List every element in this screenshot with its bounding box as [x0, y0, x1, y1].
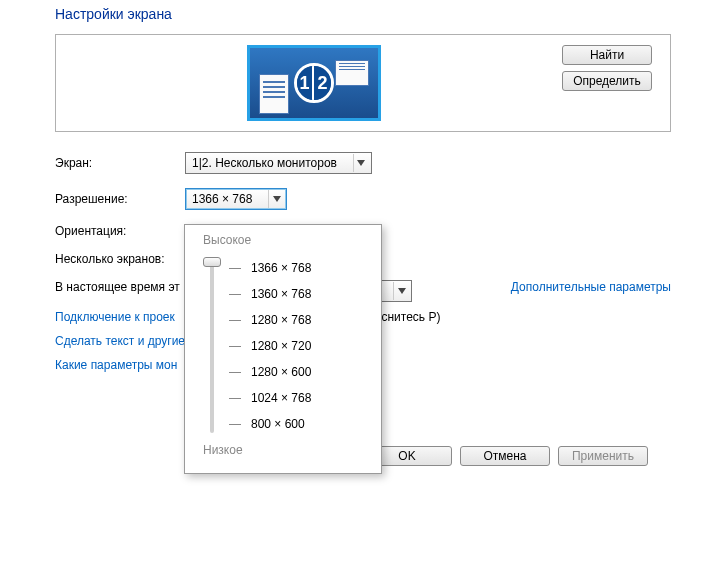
advanced-params-link[interactable]: Дополнительные параметры — [511, 280, 671, 300]
preview-window-right — [335, 60, 369, 86]
projector-link[interactable]: Подключение к проек — [55, 310, 175, 324]
resolution-option-label: 800 × 600 — [251, 417, 305, 431]
resolution-option-label: 1280 × 600 — [251, 365, 311, 379]
find-button[interactable]: Найти — [562, 45, 652, 65]
slider-tick — [229, 372, 241, 373]
resolution-dropdown-value: 1366 × 768 — [192, 192, 268, 206]
slider-tick — [229, 398, 241, 399]
resolution-option[interactable]: 1280 × 720 — [229, 333, 371, 359]
resolution-slider-thumb[interactable] — [203, 257, 221, 267]
apply-button[interactable]: Применить — [558, 446, 648, 466]
projector-tail-text: оснитесь P) — [375, 310, 441, 334]
screen-label: Экран: — [55, 156, 185, 170]
resolution-option[interactable]: 800 × 600 — [229, 411, 371, 437]
resolution-option-label: 1360 × 768 — [251, 287, 311, 301]
screen-dropdown[interactable]: 1|2. Несколько мониторов — [185, 152, 372, 174]
resolution-low-label: Низкое — [203, 443, 371, 457]
preview-window-left — [259, 74, 289, 114]
resolution-option-label: 1366 × 768 — [251, 261, 311, 275]
resolution-popup: Высокое 1366 × 7681360 × 7681280 × 76812… — [184, 224, 382, 474]
resolution-option-label: 1280 × 720 — [251, 339, 311, 353]
orientation-label: Ориентация: — [55, 224, 185, 238]
resolution-dropdown[interactable]: 1366 × 768 — [185, 188, 287, 210]
resolution-option[interactable]: 1366 × 768 — [229, 255, 371, 281]
slider-tick — [229, 320, 241, 321]
chevron-down-icon — [353, 154, 369, 172]
slider-tick — [229, 424, 241, 425]
resolution-option[interactable]: 1280 × 768 — [229, 307, 371, 333]
slider-tick — [229, 294, 241, 295]
resolution-option[interactable]: 1024 × 768 — [229, 385, 371, 411]
resolution-high-label: Высокое — [203, 233, 371, 247]
monitor-arrangement[interactable]: 1 2 — [247, 45, 381, 121]
page-title: Настройки экрана — [55, 6, 671, 22]
resolution-option[interactable]: 1360 × 768 — [229, 281, 371, 307]
resolution-option[interactable]: 1280 × 600 — [229, 359, 371, 385]
cancel-button[interactable]: Отмена — [460, 446, 550, 466]
chevron-down-icon — [268, 190, 284, 208]
resolution-label: Разрешение: — [55, 192, 185, 206]
identify-button[interactable]: Определить — [562, 71, 652, 91]
slider-tick — [229, 346, 241, 347]
resolution-option-label: 1280 × 768 — [251, 313, 311, 327]
multiple-label: Несколько экранов: — [55, 252, 185, 266]
resolution-slider-track[interactable] — [210, 257, 214, 433]
screen-dropdown-value: 1|2. Несколько мониторов — [192, 156, 353, 170]
monitor-1-badge: 1 — [297, 66, 314, 100]
monitor-preview-area: 1 2 Найти Определить — [55, 34, 671, 132]
resolution-option-label: 1024 × 768 — [251, 391, 311, 405]
slider-tick — [229, 268, 241, 269]
chevron-down-icon — [393, 282, 409, 300]
monitor-2-badge: 2 — [314, 66, 331, 100]
currently-text: В настоящее время эт — [55, 280, 180, 294]
